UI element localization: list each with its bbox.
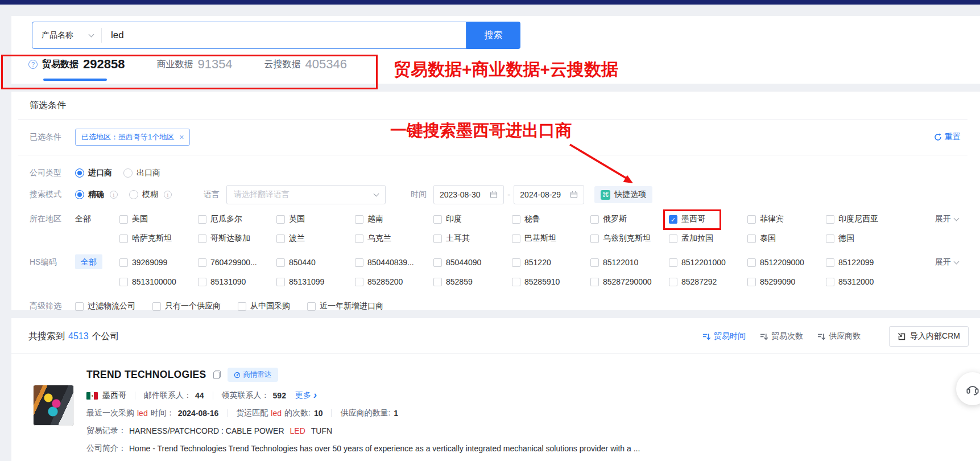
company-name[interactable]: TREND TECHNOLOGIES — [86, 369, 206, 381]
hs-code-checkbox-item[interactable]: 850440 — [276, 258, 355, 267]
tab-data-source[interactable]: 商业数据 91354 — [156, 57, 232, 81]
checkbox-unchecked-icon — [433, 234, 442, 243]
sort-option[interactable]: 供应商数 — [818, 331, 861, 341]
sort-trade-time[interactable]: 贸易时间 — [703, 331, 746, 341]
tab-data-source[interactable]: 云搜数据 405346 — [264, 57, 347, 81]
advanced-checkbox-item[interactable]: 只有一个供应商 — [152, 301, 221, 311]
hs-code-checkbox-item[interactable]: 760429900... — [198, 258, 276, 267]
copy-icon[interactable] — [213, 371, 221, 379]
region-checkbox-item[interactable]: 土耳其 — [433, 233, 512, 244]
hs-expand-link[interactable]: 展开 — [935, 257, 967, 267]
region-options: 哈萨克斯坦 哥斯达黎加 波兰 乌克兰 — [119, 233, 904, 244]
hs-code-label: HS编码 — [18, 257, 75, 267]
region-checkbox-item[interactable]: 越南 — [355, 214, 433, 224]
radio-exact-mode[interactable]: 精确 — [75, 190, 118, 200]
hs-code-checkbox-item[interactable]: 39269099 — [119, 258, 198, 267]
selected-conditions-row: 已选条件 已选地区：墨西哥等1个地区 重置 — [18, 127, 967, 147]
reset-button[interactable]: 重置 — [934, 132, 967, 142]
data-source-tabs: 贸易数据 292858 商业数据 91354 云搜数据 405346 — [28, 57, 966, 81]
hs-code-checkbox-item[interactable]: 85312000 — [826, 277, 904, 286]
region-checkbox-item[interactable]: 哈萨克斯坦 — [119, 233, 198, 244]
hs-code-checkbox-item[interactable]: 8512209000 — [747, 258, 826, 267]
date-from-input[interactable]: 2023-08-30 — [433, 185, 504, 204]
hs-code-checkbox-item[interactable]: 85287290000 — [590, 277, 669, 286]
advanced-checkbox-item[interactable]: 近一年新增进口商 — [307, 301, 383, 311]
region-checkbox-item[interactable]: 美国 — [119, 214, 198, 224]
checkbox-unchecked-icon — [747, 215, 756, 224]
company-intro-text: Home - Trend Technologies Trend Technolo… — [129, 444, 640, 453]
region-expand-link[interactable]: 展开 — [935, 214, 967, 224]
hs-code-checkbox-item[interactable]: 85299090 — [747, 277, 826, 286]
region-checkbox-item[interactable]: 德国 — [826, 233, 904, 244]
search-panel: 产品名称 搜索 贸易数据 292858 商业数据 91354 云搜数据 — [11, 16, 980, 84]
trade-record-label: 贸易记录： — [86, 426, 126, 436]
hs-code-checkbox-item[interactable]: 85044090 — [433, 258, 512, 267]
checkbox-unchecked-icon — [198, 234, 206, 243]
business-radar-badge[interactable]: 商情雷达 — [228, 368, 278, 382]
region-checkbox-item[interactable]: 印度 — [433, 214, 512, 224]
search-input[interactable] — [102, 30, 466, 41]
region-checkbox-item[interactable]: 厄瓜多尔 — [198, 214, 276, 224]
region-options: 美国 厄瓜多尔 英国 越南 印度 — [119, 214, 669, 224]
language-label: 语言 — [204, 190, 220, 200]
search-category-dropdown[interactable]: 产品名称 — [32, 30, 101, 40]
quick-options-button[interactable]: ⌘ 快捷选项 — [594, 186, 652, 203]
hs-code-checkbox-item[interactable]: 85122010 — [590, 258, 669, 267]
region-checkbox-item[interactable]: 孟加拉国 — [669, 233, 747, 244]
region-checkbox-item[interactable]: 波兰 — [276, 233, 355, 244]
company-type-row: 公司类型 进口商 出口商 — [18, 163, 967, 183]
region-checkbox-item[interactable]: 哥斯达黎加 — [198, 233, 276, 244]
region-checkbox-item[interactable]: 巴基斯坦 — [512, 233, 590, 244]
hs-code-checkbox-item[interactable]: 85131099 — [276, 277, 355, 286]
search-mode-row: 搜索模式 精确 模糊 语言 请选择翻译语言 时间 2023-08-30 - — [18, 183, 967, 206]
region-checkbox-item[interactable]: 印度尼西亚 — [826, 214, 904, 224]
info-icon[interactable] — [164, 191, 172, 199]
region-checkbox-item-mexico[interactable]: 墨西哥 — [669, 214, 747, 224]
translate-language-select[interactable]: 请选择翻译语言 — [226, 185, 386, 204]
hs-code-checkbox-item[interactable]: 8513100000 — [119, 277, 198, 286]
hs-code-options: 39269099 760429900... 850440 850440839..… — [119, 258, 904, 267]
advanced-filter-label: 高级筛选 — [18, 301, 75, 311]
region-options: 菲律宾 印度尼西亚 — [747, 214, 904, 224]
hs-code-checkbox-item[interactable]: 85285200 — [355, 277, 433, 286]
info-icon[interactable] — [110, 191, 118, 199]
radio-fuzzy-mode[interactable]: 模糊 — [129, 190, 172, 200]
more-link[interactable]: 更多 — [295, 390, 317, 401]
import-crm-button[interactable]: 导入内部CRM — [889, 326, 969, 347]
selected-region-tag[interactable]: 已选地区：墨西哥等1个地区 — [75, 129, 190, 146]
region-checkbox-item[interactable]: 秘鲁 — [512, 214, 590, 224]
hs-all-option[interactable]: 全部 — [75, 257, 119, 267]
import-icon — [898, 332, 906, 341]
advanced-checkbox-item[interactable]: 从中国采购 — [238, 301, 290, 311]
radio-importer[interactable]: 进口商 — [75, 168, 112, 178]
hs-code-checkbox-item[interactable]: 85285910 — [512, 277, 590, 286]
hs-code-checkbox-item[interactable]: 8512201000 — [669, 258, 747, 267]
search-button[interactable]: 搜索 — [466, 22, 520, 49]
hs-code-checkbox-item[interactable]: 850440839... — [355, 258, 433, 267]
region-checkbox-item[interactable]: 乌克兰 — [355, 233, 433, 244]
help-question-icon[interactable] — [28, 60, 38, 69]
advanced-checkbox-item[interactable]: 过滤物流公司 — [75, 301, 135, 311]
hs-code-row-2: 8513100000 85131090 85131099 85285200 — [18, 272, 967, 291]
region-checkbox-item[interactable]: 英国 — [276, 214, 355, 224]
hs-code-checkbox-item[interactable]: 85122099 — [826, 258, 904, 267]
region-checkbox-item[interactable]: 菲律宾 — [747, 214, 826, 224]
date-to-input[interactable]: 2024-08-29 — [514, 185, 584, 204]
hs-code-checkbox-item[interactable]: 851220 — [512, 258, 590, 267]
hs-code-checkbox-item[interactable]: 852859 — [433, 277, 512, 286]
checkbox-unchecked-icon — [355, 215, 363, 224]
advanced-filter-row: 高级筛选 过滤物流公司 只有一个供应商 从中国采购 — [18, 296, 967, 316]
region-checkbox-item[interactable]: 泰国 — [747, 233, 826, 244]
tab-trade-data[interactable]: 贸易数据 292858 — [28, 57, 125, 81]
checkbox-unchecked-icon — [669, 258, 677, 267]
remove-tag-icon[interactable] — [179, 133, 184, 142]
sort-icon — [703, 333, 710, 340]
sort-option[interactable]: 贸易次数 — [760, 331, 803, 341]
region-checkbox-item[interactable]: 俄罗斯 — [590, 214, 669, 224]
hs-code-checkbox-item[interactable]: 85287292 — [669, 277, 747, 286]
radio-exporter[interactable]: 出口商 — [123, 168, 160, 178]
region-all-option[interactable]: 全部 — [75, 214, 119, 224]
hs-code-checkbox-item[interactable]: 85131090 — [198, 277, 276, 286]
region-checkbox-item[interactable]: 乌兹别克斯坦 — [590, 233, 669, 244]
checkbox-unchecked-icon — [307, 302, 316, 311]
